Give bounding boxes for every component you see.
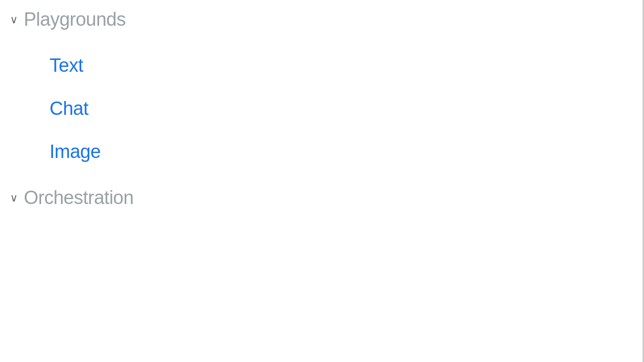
nav-item-chat-label: Chat bbox=[50, 98, 88, 119]
chevron-down-icon: ∨ bbox=[10, 14, 18, 25]
section-header-orchestration[interactable]: ∨ Orchestration bbox=[0, 178, 643, 217]
playgrounds-items: Text Chat Image bbox=[0, 39, 643, 173]
nav-item-text[interactable]: Text bbox=[40, 44, 643, 87]
section-header-playgrounds[interactable]: ∨ Playgrounds bbox=[0, 0, 643, 39]
section-title-playgrounds: Playgrounds bbox=[24, 9, 126, 30]
sidebar: ∨ Playgrounds Text Chat Image ∨ Orchestr… bbox=[0, 0, 644, 362]
nav-item-image-label: Image bbox=[50, 141, 101, 162]
section-divider bbox=[0, 173, 643, 178]
nav-item-image[interactable]: Image bbox=[40, 130, 643, 173]
section-title-orchestration: Orchestration bbox=[24, 187, 134, 208]
chevron-down-icon-orchestration: ∨ bbox=[10, 193, 18, 204]
nav-item-chat[interactable]: Chat bbox=[40, 87, 643, 130]
nav-item-text-label: Text bbox=[50, 55, 83, 76]
